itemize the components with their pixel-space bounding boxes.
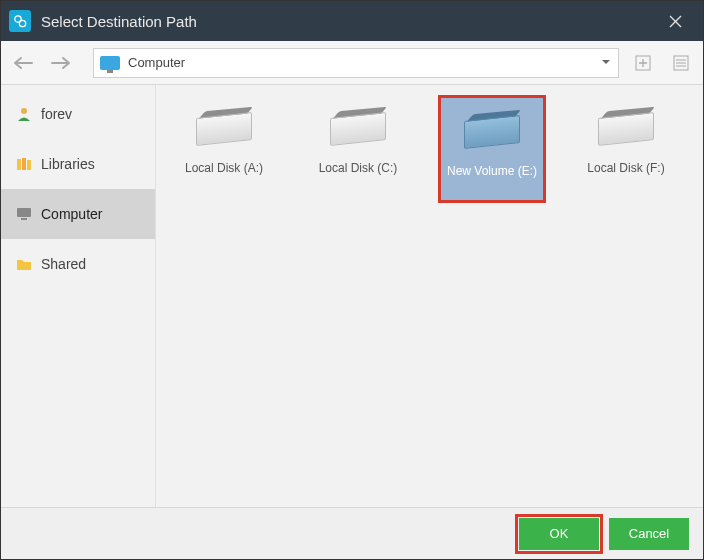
- user-icon: [15, 105, 33, 123]
- disk-icon: [196, 105, 252, 147]
- path-dropdown-icon[interactable]: [600, 56, 612, 71]
- drive-item-selected[interactable]: New Volume (E:): [438, 95, 546, 203]
- drive-item[interactable]: Local Disk (F:): [572, 95, 680, 203]
- toolbar: Computer: [1, 41, 703, 85]
- dialog-window: Select Destination Path Computer: [0, 0, 704, 560]
- svg-rect-5: [17, 159, 21, 170]
- sidebar-item-label: Libraries: [41, 156, 95, 172]
- path-label: Computer: [128, 55, 185, 70]
- svg-point-1: [19, 20, 25, 26]
- svg-rect-6: [22, 158, 26, 170]
- sidebar-item-user[interactable]: forev: [1, 89, 155, 139]
- disk-icon: [598, 105, 654, 147]
- new-folder-button[interactable]: [629, 49, 657, 77]
- view-list-button[interactable]: [667, 49, 695, 77]
- svg-point-4: [21, 108, 27, 114]
- sidebar-item-label: Computer: [41, 206, 102, 222]
- drive-grid: Local Disk (A:) Local Disk (C:) New Volu…: [156, 85, 703, 507]
- app-icon: [9, 10, 31, 32]
- disk-icon: [464, 108, 520, 150]
- svg-rect-8: [17, 208, 31, 217]
- svg-rect-9: [21, 218, 27, 220]
- sidebar-item-label: Shared: [41, 256, 86, 272]
- path-bar[interactable]: Computer: [93, 48, 619, 78]
- drive-item[interactable]: Local Disk (A:): [170, 95, 278, 203]
- back-button[interactable]: [9, 49, 37, 77]
- libraries-icon: [15, 155, 33, 173]
- drive-item[interactable]: Local Disk (C:): [304, 95, 412, 203]
- drive-label: Local Disk (F:): [587, 161, 664, 175]
- sidebar-item-computer[interactable]: Computer: [1, 189, 155, 239]
- computer-icon: [15, 205, 33, 223]
- sidebar-item-shared[interactable]: Shared: [1, 239, 155, 289]
- ok-button[interactable]: OK: [519, 518, 599, 550]
- drive-label: Local Disk (A:): [185, 161, 263, 175]
- drive-label: Local Disk (C:): [319, 161, 398, 175]
- sidebar-item-libraries[interactable]: Libraries: [1, 139, 155, 189]
- titlebar: Select Destination Path: [1, 1, 703, 41]
- forward-button[interactable]: [47, 49, 75, 77]
- dialog-footer: OK Cancel: [1, 507, 703, 559]
- drive-label: New Volume (E:): [447, 164, 537, 178]
- shared-folder-icon: [15, 255, 33, 273]
- disk-icon: [330, 105, 386, 147]
- dialog-body: forev Libraries Computer Shared: [1, 85, 703, 507]
- svg-rect-7: [27, 160, 31, 170]
- sidebar: forev Libraries Computer Shared: [1, 85, 156, 507]
- sidebar-item-label: forev: [41, 106, 72, 122]
- cancel-button[interactable]: Cancel: [609, 518, 689, 550]
- computer-icon: [100, 56, 120, 70]
- close-button[interactable]: [657, 1, 693, 41]
- dialog-title: Select Destination Path: [41, 13, 657, 30]
